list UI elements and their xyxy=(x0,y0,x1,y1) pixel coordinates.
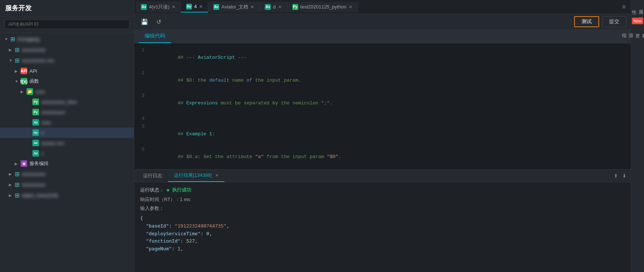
right-item-version[interactable]: 版本 xyxy=(630,10,644,16)
arrow-icon: ▶ xyxy=(9,193,13,197)
sidebar-item-func-folder[interactable]: ▶ 📁 xxxx xyxy=(0,86,134,97)
code-line: 5 ## Example 1: xyxy=(134,123,631,146)
network-icon: ⊞ xyxy=(15,46,19,53)
tab-close-btn[interactable]: ✕ xyxy=(199,4,203,9)
code-tab-edit[interactable]: 编辑代码 xyxy=(139,30,171,43)
tab-close-btn[interactable]: ✕ xyxy=(250,4,254,10)
sidebar-item-av4[interactable]: ▶ Av x xyxy=(0,148,134,158)
sidebar-item-func[interactable]: ▼ f(x) 函数 xyxy=(0,76,134,86)
arrow-icon: ▶ xyxy=(21,90,24,94)
tab-close-btn[interactable]: ✕ xyxy=(172,4,175,10)
sidebar-item-av1[interactable]: ▶ Av xxxx xyxy=(0,117,134,128)
tab-1[interactable]: Av 4(v1只读) ✕ xyxy=(136,1,181,12)
panel-expand-btn[interactable]: ⬆ xyxy=(612,173,619,179)
bottom-tab-run-result[interactable]: 运行结果[134398] ✕ xyxy=(168,169,224,182)
tab-close-btn[interactable]: ✕ xyxy=(278,4,282,10)
network-icon: ⊞ xyxy=(15,57,19,64)
sidebar-item-av2[interactable]: ▶ Av x xyxy=(0,128,134,138)
main-area: Av 4(v1只读) ✕ Av 4 ✕ Av Aviator_文档 ✕ Av d… xyxy=(134,0,631,272)
folder-icon: 📁 xyxy=(26,88,33,95)
sidebar-item-1[interactable]: ▶ ⊞ xxxxxxxxxx xyxy=(0,44,134,55)
arrow-icon: ▶ xyxy=(15,162,18,166)
network-icon: ⊞ xyxy=(15,171,19,178)
code-editor[interactable]: 1 ## --- AviatorScript --- 2 ## $0: the … xyxy=(134,43,631,169)
api-icon: API xyxy=(21,68,27,74)
code-line: 6 ## $0.a: Get the attribute "a" from th… xyxy=(134,146,631,168)
sidebar-item-label: x xyxy=(41,151,44,156)
tab-icon-av: Av xyxy=(186,4,192,10)
json-line: "pageNum": 1, xyxy=(140,245,625,253)
sidebar-item-label: tuijian_fuwu(318) xyxy=(22,193,58,198)
tab-4[interactable]: Av d ✕ xyxy=(260,2,287,12)
test-button[interactable]: 测试 xyxy=(574,16,599,27)
run-time: 响应时间（RT）：1 ms xyxy=(140,196,625,203)
sidebar-item-label: xxxxxxxxxx xxx xyxy=(22,58,54,63)
bottom-tabs: 运行日志 运行结果[134398] ✕ ⬆ ⬇ xyxy=(134,169,631,182)
sidebar-item-label: xxxxxxxxxx xyxy=(22,171,46,177)
sidebar-item-py1[interactable]: ▶ Py xxxxxxxxxx_thon xyxy=(0,97,134,107)
sidebar-item-api[interactable]: ▶ API API xyxy=(0,66,134,76)
sidebar-item-3[interactable]: ▶ ⊞ xxxxxxxxxx xyxy=(0,169,134,179)
json-line: { xyxy=(140,215,625,222)
sidebar: 服务开发 ▼ ⊞ chongqing ▶ ⊞ xxxxxxxxxx ▼ ⊞ xx… xyxy=(0,0,134,272)
panel-collapse-btn[interactable]: ⬇ xyxy=(621,173,628,179)
sidebar-item-label: x xyxy=(41,130,44,136)
sidebar-item-service-bian[interactable]: ▶ ⊞ 服务编排 xyxy=(0,158,134,169)
sidebar-item-av3[interactable]: ▶ Av xxxxxx xxx xyxy=(0,138,134,148)
status-value: 执行成功 xyxy=(172,187,191,193)
arrow-icon: ▼ xyxy=(9,58,13,62)
bottom-tab-close-btn[interactable]: ✕ xyxy=(215,173,218,178)
tab-icon-av: Av xyxy=(141,4,147,10)
tabs-bar: Av 4(v1只读) ✕ Av 4 ✕ Av Aviator_文档 ✕ Av d… xyxy=(134,0,631,14)
right-sidebar: 属性 版本 New 服务资源组 xyxy=(631,0,644,272)
json-line: "functionId": 527, xyxy=(140,237,625,245)
arrow-icon: ▶ xyxy=(9,172,13,176)
tabs-more-btn[interactable]: ≡ xyxy=(619,4,629,10)
arrow-icon: ▶ xyxy=(9,48,13,52)
tab-5[interactable]: Py test20201125_python ✕ xyxy=(287,2,358,12)
sidebar-item-chongqing[interactable]: ▼ ⊞ chongqing xyxy=(0,34,134,44)
bottom-tab-run-log[interactable]: 运行日志 xyxy=(137,170,168,182)
save-button[interactable]: 💾 xyxy=(139,18,150,26)
refresh-button[interactable]: ↺ xyxy=(154,18,163,26)
code-tabs: 编辑代码 xyxy=(134,30,631,43)
code-line: 4 xyxy=(134,115,631,123)
json-content: { "baseId": "1912232488744735", "deployS… xyxy=(140,215,625,253)
network-icon: ⊞ xyxy=(15,181,19,188)
submit-button[interactable]: 提交 xyxy=(602,16,626,27)
right-item-service-group[interactable]: 服务资源组 xyxy=(620,26,644,32)
search-input[interactable] xyxy=(4,19,129,29)
tab-icon-av: Av xyxy=(265,4,271,10)
status-dot-icon: ● xyxy=(166,187,170,193)
tab-close-btn[interactable]: ✕ xyxy=(349,4,352,10)
code-line: 2 ## $0: the default name of the input p… xyxy=(134,69,631,92)
tab-label: 4 xyxy=(194,4,197,9)
bottom-tab-actions: ⬆ ⬇ xyxy=(612,173,628,179)
tab-3[interactable]: Av Aviator_文档 ✕ xyxy=(208,1,260,12)
av-icon: Av xyxy=(32,150,39,157)
sidebar-item-label: xxxxxxxxxx xyxy=(22,182,46,187)
sidebar-item-2[interactable]: ▼ ⊞ xxxxxxxxxx xxx xyxy=(0,55,134,66)
arrow-icon: ▼ xyxy=(4,37,8,41)
tab-2[interactable]: Av 4 ✕ xyxy=(181,1,208,12)
code-line: 3 ## Expressions must be separated by th… xyxy=(134,92,631,115)
arrow-icon: ▶ xyxy=(15,69,18,73)
right-item-props[interactable]: 属性 xyxy=(630,3,644,9)
arrow-icon: ▶ xyxy=(9,183,13,187)
toolbar-right: 测试 提交 xyxy=(574,16,626,27)
sidebar-item-4[interactable]: ▶ ⊞ xxxxxxxxxx xyxy=(0,179,134,190)
json-line: "deployServiceTime": 0, xyxy=(140,230,625,238)
network-icon: ⊞ xyxy=(15,192,19,199)
code-line: 1 ## --- AviatorScript --- xyxy=(134,46,631,69)
sidebar-item-label: xxxx xyxy=(41,120,51,125)
service-icon: ⊞ xyxy=(21,160,27,167)
py-icon: Py xyxy=(32,109,39,115)
run-status: 运行状态： ● 执行成功 xyxy=(140,187,625,193)
json-line: "baseId": "1912232488744735", xyxy=(140,222,625,230)
sidebar-item-py2[interactable]: ▶ Py xxxxxxxxxx xyxy=(0,107,134,117)
sidebar-item-label: xxxx xyxy=(35,89,45,94)
tab-label: test20201125_python xyxy=(300,4,346,10)
tab-icon-py: Py xyxy=(292,4,298,10)
sidebar-item-5[interactable]: ▶ ⊞ tuijian_fuwu(318) xyxy=(0,190,134,201)
run-status-label: 运行状态： xyxy=(140,187,164,193)
